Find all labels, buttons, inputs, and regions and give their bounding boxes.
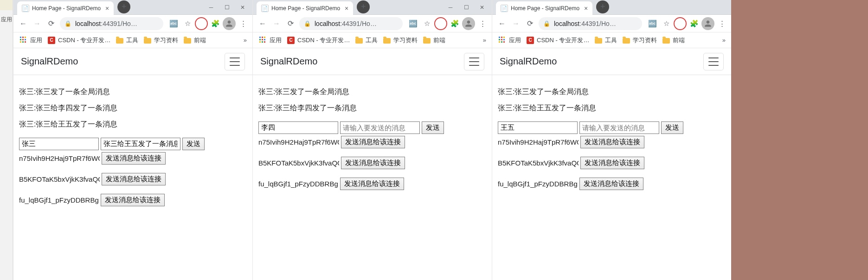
username-input[interactable]: [498, 121, 578, 134]
connection-row: n75Ivih9H2Haj9TpR7f6WQ 发送消息给该连接: [498, 136, 726, 148]
browser-tab[interactable]: Home Page - SignalRDemo ×: [17, 1, 114, 15]
maximize-icon[interactable]: ☐: [458, 2, 474, 13]
send-to-connection-button[interactable]: 发送消息给该连接: [579, 178, 643, 190]
browser-tab[interactable]: Home Page - SignalRDemo ×: [496, 1, 592, 15]
send-to-connection-button[interactable]: 发送消息给该连接: [102, 173, 166, 185]
chat-message: 张三:张三给李四发了一条消息: [19, 103, 247, 113]
maximize-icon[interactable]: ☐: [219, 2, 235, 13]
bookmark-folder-tools[interactable]: 工具: [353, 34, 380, 46]
message-input[interactable]: [579, 121, 659, 134]
forward-button[interactable]: →: [509, 17, 523, 31]
send-to-connection-button[interactable]: 发送消息给该连接: [580, 157, 644, 169]
profile-avatar[interactable]: [462, 17, 475, 30]
connection-id: B5KFOTaK5bxVjkK3fvaQCA: [19, 175, 100, 183]
nav-toggle-button[interactable]: [703, 53, 724, 70]
bookmark-folder-study[interactable]: 学习资料: [380, 34, 420, 46]
send-to-connection-button[interactable]: 发送消息给该连接: [341, 157, 405, 169]
close-window-icon[interactable]: ✕: [474, 2, 490, 13]
back-button[interactable]: ←: [495, 17, 509, 31]
lock-icon: 🔒: [64, 20, 71, 27]
back-button[interactable]: ←: [256, 17, 270, 31]
nav-toggle-button[interactable]: [464, 53, 484, 70]
menu-icon[interactable]: ⋮: [237, 17, 250, 30]
connection-row: fu_lqBGjf1_pFzyDDBRBg 发送消息给该连接: [19, 194, 247, 206]
extensions-icon[interactable]: 🧩: [448, 17, 461, 30]
close-tab-icon[interactable]: ×: [584, 5, 588, 12]
csdn-icon: C: [527, 37, 534, 44]
forward-button[interactable]: →: [270, 17, 283, 31]
bookmark-folder-frontend[interactable]: 前端: [181, 34, 209, 46]
opera-ext-icon[interactable]: [195, 17, 208, 30]
bookmark-folder-tools[interactable]: 工具: [113, 34, 141, 46]
bookmark-csdn[interactable]: C CSDN - 专业开发…: [45, 34, 113, 46]
star-icon[interactable]: ☆: [660, 17, 673, 30]
username-input[interactable]: [19, 138, 99, 150]
url-host: localhost: [554, 20, 579, 27]
bookmark-csdn[interactable]: CCSDN - 专业开发…: [284, 34, 353, 46]
bookmark-folder-frontend[interactable]: 前端: [660, 34, 688, 46]
profile-avatar[interactable]: [701, 17, 714, 30]
send-to-connection-button[interactable]: 发送消息给该连接: [580, 136, 644, 148]
apps-icon: [20, 37, 27, 44]
opera-ext-icon[interactable]: [674, 17, 687, 30]
bookmark-overflow-icon[interactable]: »: [242, 37, 249, 44]
menu-icon[interactable]: ⋮: [715, 17, 728, 30]
message-input[interactable]: [101, 138, 180, 150]
page-body: 张三:张三发了一条全局消息 张三:张三给王五发了一条消息 发送 n75Ivih9…: [492, 75, 731, 197]
profile-avatar[interactable]: [223, 17, 236, 30]
translate-icon[interactable]: 🔤: [646, 17, 659, 30]
translate-icon[interactable]: 🔤: [406, 17, 419, 30]
message-input[interactable]: [340, 121, 420, 134]
nav-toggle-button[interactable]: [225, 53, 245, 70]
bookmark-apps[interactable]: 应用: [496, 34, 524, 46]
browser-tab[interactable]: Home Page - SignalRDemo ×: [257, 1, 353, 15]
send-to-connection-button[interactable]: 发送消息给该连接: [102, 152, 166, 165]
new-tab-button[interactable]: +: [117, 0, 130, 13]
apps-icon: [259, 37, 267, 44]
bookmark-folder-study[interactable]: 学习资料: [620, 34, 660, 46]
url-host: localhost: [75, 20, 101, 27]
send-button[interactable]: 发送: [422, 121, 444, 134]
reload-button[interactable]: ⟳: [44, 17, 58, 31]
bookmarks-bar: 应用 C CSDN - 专业开发… 工具 学习资料 前端 »: [13, 32, 252, 48]
bookmark-folder-tools[interactable]: 工具: [592, 34, 620, 46]
close-tab-icon[interactable]: ×: [105, 5, 109, 12]
new-tab-button[interactable]: +: [357, 0, 370, 13]
close-window-icon[interactable]: ✕: [235, 2, 251, 13]
opera-ext-icon[interactable]: [434, 17, 447, 30]
send-row: 发送: [19, 138, 247, 150]
address-bar[interactable]: 🔒 localhost:44391/Ho…: [299, 17, 403, 30]
address-bar[interactable]: 🔒 localhost:44391/Ho…: [539, 17, 642, 30]
new-tab-button[interactable]: +: [596, 0, 609, 13]
address-bar[interactable]: 🔒 localhost:44391/Ho…: [60, 17, 163, 30]
bookmark-folder-frontend[interactable]: 前端: [420, 34, 448, 46]
bookmark-overflow-icon[interactable]: »: [481, 37, 488, 44]
bookmark-apps[interactable]: 应用: [257, 34, 284, 46]
send-to-connection-button[interactable]: 发送消息给该连接: [340, 178, 404, 190]
send-to-connection-button[interactable]: 发送消息给该连接: [101, 194, 165, 206]
minimize-icon[interactable]: ─: [443, 2, 458, 13]
translate-icon[interactable]: 🔤: [167, 17, 180, 30]
extensions-icon[interactable]: 🧩: [209, 17, 222, 30]
send-to-connection-button[interactable]: 发送消息给该连接: [341, 136, 405, 148]
star-icon[interactable]: ☆: [181, 17, 194, 30]
minimize-icon[interactable]: ─: [203, 2, 219, 13]
reload-button[interactable]: ⟳: [283, 17, 297, 31]
bookmark-apps[interactable]: 应用: [17, 34, 45, 46]
extensions-icon[interactable]: 🧩: [688, 17, 701, 30]
titlebar: Home Page - SignalRDemo × + ─ ☐ ✕: [13, 0, 252, 15]
bookmark-folder-study[interactable]: 学习资料: [141, 34, 181, 46]
username-input[interactable]: [258, 121, 338, 134]
send-button[interactable]: 发送: [661, 121, 683, 134]
menu-icon[interactable]: ⋮: [476, 17, 489, 30]
bookmark-overflow-icon[interactable]: »: [720, 37, 727, 44]
bookmark-csdn[interactable]: CCSDN - 专业开发…: [524, 34, 592, 46]
connection-id: fu_lqBGjf1_pFzyDDBRBg: [498, 180, 578, 188]
reload-button[interactable]: ⟳: [523, 17, 537, 31]
back-button[interactable]: ←: [16, 17, 30, 31]
forward-button[interactable]: →: [30, 17, 44, 31]
close-tab-icon[interactable]: ×: [345, 5, 348, 12]
send-button[interactable]: 发送: [182, 138, 205, 150]
star-icon[interactable]: ☆: [420, 17, 433, 30]
page-title: SignalRDemo: [21, 56, 78, 67]
